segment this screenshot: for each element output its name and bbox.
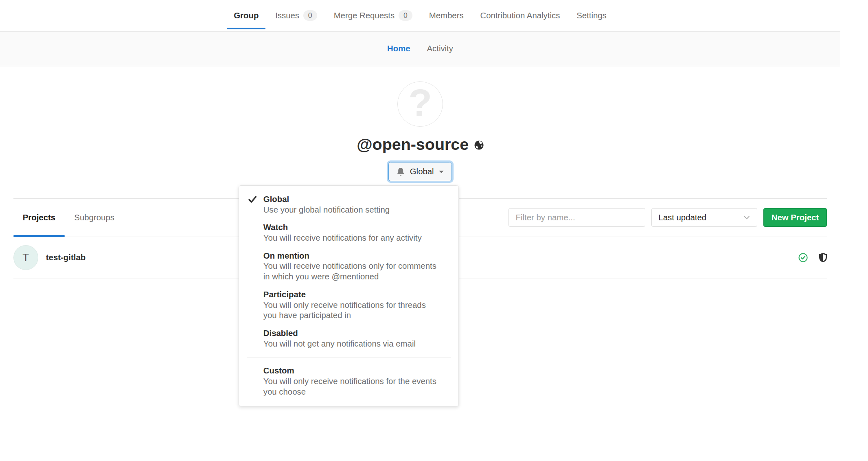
- nav-item-issues[interactable]: Issues 0: [274, 0, 318, 31]
- notification-option-participate[interactable]: Participate You will only receive notifi…: [239, 286, 458, 325]
- nav-item-label: Issues: [275, 11, 299, 20]
- notification-option-watch[interactable]: Watch You will receive notifications for…: [239, 219, 458, 247]
- option-title: Custom: [263, 366, 438, 376]
- nav-item-label: Contribution Analytics: [480, 11, 560, 20]
- sort-dropdown-value: Last updated: [658, 213, 706, 222]
- selected-check-icon: [248, 196, 256, 203]
- tab-projects[interactable]: Projects: [13, 199, 65, 237]
- project-filter-controls: Last updated New Project: [509, 208, 827, 227]
- tab-label: Subgroups: [74, 213, 114, 222]
- project-row-icons: [798, 253, 827, 262]
- nav-item-label: Group: [234, 11, 259, 20]
- chevron-down-icon: [743, 215, 750, 220]
- group-title: @open-source: [0, 135, 840, 154]
- option-title: Watch: [263, 222, 438, 233]
- approval-check-circle-icon: [798, 253, 808, 262]
- notification-setting-button[interactable]: Global: [388, 162, 452, 181]
- nav-item-contribution-analytics[interactable]: Contribution Analytics: [479, 0, 561, 31]
- project-name-link[interactable]: test-gitlab: [46, 253, 85, 262]
- avatar-placeholder-question-mark: ?: [408, 83, 432, 122]
- caret-down-icon: [439, 171, 444, 173]
- new-project-button[interactable]: New Project: [763, 208, 827, 227]
- issues-count-badge: 0: [303, 10, 317, 21]
- subnav-item-activity[interactable]: Activity: [427, 44, 453, 53]
- nav-item-label: Merge Requests: [334, 11, 395, 20]
- merge-requests-count-badge: 0: [399, 10, 412, 21]
- nav-item-settings[interactable]: Settings: [575, 0, 607, 31]
- option-description: You will only receive notifications for …: [263, 300, 438, 321]
- dropdown-divider: [247, 358, 451, 358]
- public-globe-icon: [474, 140, 484, 150]
- option-title: Participate: [263, 290, 438, 300]
- tab-label: Projects: [23, 213, 55, 222]
- nav-item-label: Members: [429, 11, 464, 20]
- projects-tabs: Projects Subgroups: [13, 199, 124, 237]
- group-page: Group Issues 0 Merge Requests 0 Members …: [0, 0, 868, 461]
- notification-option-on-mention[interactable]: On mention You will receive notification…: [239, 247, 458, 286]
- notification-option-global[interactable]: Global Use your global notification sett…: [239, 191, 458, 219]
- option-title: Disabled: [263, 328, 438, 339]
- filter-by-name-input[interactable]: [509, 208, 645, 227]
- option-description: You will receive notifications only for …: [263, 261, 438, 282]
- notification-setting-label: Global: [410, 167, 434, 176]
- tab-subgroups[interactable]: Subgroups: [65, 199, 124, 237]
- notification-option-custom[interactable]: Custom You will only receive notificatio…: [239, 362, 458, 401]
- shield-icon: [819, 253, 827, 262]
- nav-item-group[interactable]: Group: [233, 0, 260, 31]
- group-header: ? @open-source Global: [0, 66, 840, 198]
- nav-item-merge-requests[interactable]: Merge Requests 0: [333, 0, 414, 31]
- option-description: You will not get any notifications via e…: [263, 339, 438, 349]
- active-tab-underline: [227, 28, 265, 29]
- option-description: You will receive notifications for any a…: [263, 233, 438, 244]
- group-name: @open-source: [357, 135, 469, 154]
- project-avatar: T: [13, 245, 38, 270]
- notification-level-dropdown: Global Use your global notification sett…: [239, 185, 459, 406]
- notification-option-disabled[interactable]: Disabled You will not get any notificati…: [239, 325, 458, 353]
- project-avatar-initial: T: [22, 252, 29, 263]
- group-avatar: ?: [397, 81, 443, 127]
- option-description: You will only receive notifications for …: [263, 376, 438, 397]
- nav-item-members[interactable]: Members: [428, 0, 465, 31]
- group-nav: Group Issues 0 Merge Requests 0 Members …: [0, 0, 840, 32]
- active-tab-underline: [13, 235, 65, 237]
- bell-icon: [397, 167, 405, 176]
- nav-item-label: Settings: [576, 11, 607, 20]
- sort-dropdown[interactable]: Last updated: [651, 208, 757, 227]
- group-sub-nav: Home Activity: [0, 32, 840, 67]
- option-description: Use your global notification setting: [263, 205, 438, 215]
- option-title: Global: [263, 194, 438, 205]
- option-title: On mention: [263, 251, 438, 261]
- subnav-item-home[interactable]: Home: [387, 44, 410, 53]
